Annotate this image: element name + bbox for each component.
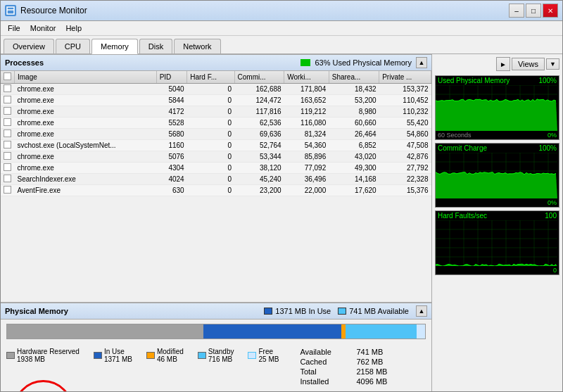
table-row[interactable]: chrome.exe 5076 0 53,344 85,896 43,020 4… (1, 151, 431, 163)
row-shared: 8,980 (329, 106, 379, 118)
row-shared: 18,432 (329, 84, 379, 95)
col-commit[interactable]: Commi... (234, 71, 284, 84)
row-image: chrome.exe (15, 129, 157, 140)
graph-used-memory: Used Physical Memory 100% 60 Seconds 0% (435, 75, 559, 140)
row-working: 163,652 (284, 95, 329, 106)
row-shared: 17,620 (329, 185, 379, 196)
menu-help[interactable]: Help (61, 23, 86, 34)
row-image: chrome.exe (15, 106, 157, 118)
graph-hard-faults-bottom: 0 (436, 266, 559, 274)
graph-hard-faults-bottom-right: 0 (553, 267, 557, 274)
stat-available-label: Available (300, 348, 342, 356)
row-private: 15,376 (379, 185, 431, 196)
col-shared[interactable]: Sharea... (329, 71, 379, 84)
table-row[interactable]: chrome.exe 5844 0 124,472 163,652 53,200… (1, 95, 431, 106)
table-row[interactable]: chrome.exe 5528 0 62,536 116,080 60,660 … (1, 118, 431, 129)
graph-commit-label: Commit Charge 100% (436, 144, 559, 153)
memory-bar (6, 324, 426, 339)
col-private[interactable]: Private ... (379, 71, 431, 84)
row-private: 22,328 (379, 174, 431, 185)
stat-total-label: Total (300, 367, 342, 376)
row-private: 54,860 (379, 129, 431, 140)
processes-collapse-button[interactable]: ▲ (416, 57, 427, 68)
graph-commit-charge: Commit Charge 100% 0% (435, 143, 559, 208)
memory-legend: Hardware Reserved 1938 MB In Use (6, 345, 279, 387)
views-dropdown-button[interactable]: ▼ (546, 58, 559, 70)
row-checkbox[interactable] (1, 106, 15, 118)
close-button[interactable]: ✕ (543, 4, 558, 18)
row-checkbox[interactable] (1, 174, 15, 185)
row-image: chrome.exe (15, 163, 157, 174)
row-checkbox[interactable] (1, 140, 15, 151)
row-commit: 45,240 (234, 174, 284, 185)
title-bar: Resource Monitor – □ ✕ (1, 1, 562, 21)
row-pid: 5040 (156, 84, 187, 95)
row-image: chrome.exe (15, 118, 157, 129)
views-button[interactable]: Views (512, 58, 545, 70)
memory-section-header[interactable]: Physical Memory 1371 MB In Use 741 MB Av… (1, 303, 431, 320)
row-image: chrome.exe (15, 151, 157, 163)
graph-hard-faults-title: Hard Faults/sec (438, 212, 487, 220)
table-row[interactable]: AventFire.exe 630 0 23,200 22,000 17,620… (1, 185, 431, 196)
col-pid[interactable]: PID (156, 71, 187, 84)
row-image: chrome.exe (15, 95, 157, 106)
table-row[interactable]: chrome.exe 4172 0 117,816 119,212 8,980 … (1, 106, 431, 118)
row-working: 116,080 (284, 118, 329, 129)
tab-overview[interactable]: Overview (4, 39, 54, 53)
menu-monitor[interactable]: Monitor (26, 23, 61, 34)
row-commit: 53,344 (234, 151, 284, 163)
tab-memory[interactable]: Memory (91, 39, 138, 54)
row-shared: 53,200 (329, 95, 379, 106)
processes-header[interactable]: Processes 63% Used Physical Memory ▲ (1, 54, 431, 71)
table-row[interactable]: svchost.exe (LocalSystemNet... 1160 0 52… (1, 140, 431, 151)
row-checkbox[interactable] (1, 84, 15, 95)
maximize-button[interactable]: □ (526, 4, 541, 18)
bar-standby (346, 324, 417, 339)
row-working: 171,804 (284, 84, 329, 95)
table-row[interactable]: chrome.exe 4304 0 38,120 77,092 49,300 2… (1, 163, 431, 174)
legend-standby: Standby 716 MB (198, 348, 234, 363)
menu-file[interactable]: File (4, 23, 25, 34)
row-checkbox[interactable] (1, 118, 15, 129)
row-checkbox[interactable] (1, 163, 15, 174)
col-hard[interactable]: Hard F... (187, 71, 234, 84)
row-commit: 124,472 (234, 95, 284, 106)
tab-bar: Overview CPU Memory Disk Network (1, 36, 562, 54)
row-working: 54,360 (284, 140, 329, 151)
row-private: 153,372 (379, 84, 431, 95)
row-working: 22,000 (284, 185, 329, 196)
row-checkbox[interactable] (1, 151, 15, 163)
table-row[interactable]: chrome.exe 5680 0 69,636 81,324 26,464 5… (1, 129, 431, 140)
row-pid: 5844 (156, 95, 187, 106)
row-hard: 0 (187, 185, 234, 196)
memory-title: Physical Memory (5, 307, 68, 315)
tab-network[interactable]: Network (174, 39, 220, 53)
row-private: 27,792 (379, 163, 431, 174)
table-row[interactable]: chrome.exe 5040 0 162,688 171,804 18,432… (1, 84, 431, 95)
row-pid: 5528 (156, 118, 187, 129)
stat-cached: Cached 762 MB (300, 358, 387, 366)
row-checkbox[interactable] (1, 129, 15, 140)
minimize-button[interactable]: – (509, 4, 524, 18)
window-controls: – □ ✕ (509, 4, 558, 18)
processes-table-container[interactable]: Image PID Hard F... Commi... Worki... Sh… (1, 71, 431, 302)
processes-table: Image PID Hard F... Commi... Worki... Sh… (1, 71, 431, 196)
table-row[interactable]: SearchIndexer.exe 4024 0 45,240 36,496 1… (1, 174, 431, 185)
row-commit: 38,120 (234, 163, 284, 174)
nav-arrow-button[interactable]: ► (496, 57, 510, 71)
col-image[interactable]: Image (15, 71, 157, 84)
row-pid: 4172 (156, 106, 187, 118)
stat-installed-label: Installed (300, 377, 342, 386)
graph-commit-title: Commit Charge (438, 144, 487, 152)
legend-modified-label: Modified (157, 348, 184, 355)
stat-available-value: 741 MB (356, 348, 383, 356)
tab-disk[interactable]: Disk (139, 39, 172, 53)
legend-reserved-label: Hardware Reserved (17, 348, 80, 355)
row-private: 55,420 (379, 118, 431, 129)
col-working[interactable]: Worki... (284, 71, 329, 84)
row-hard: 0 (187, 151, 234, 163)
row-checkbox[interactable] (1, 95, 15, 106)
memory-collapse-button[interactable]: ▲ (416, 305, 427, 317)
tab-cpu[interactable]: CPU (56, 39, 90, 53)
row-checkbox[interactable] (1, 185, 15, 196)
